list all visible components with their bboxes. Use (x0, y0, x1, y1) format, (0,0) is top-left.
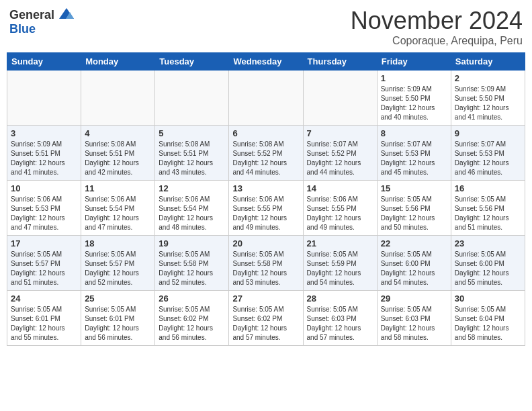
calendar-cell: 27Sunrise: 5:05 AMSunset: 6:02 PMDayligh… (229, 291, 303, 346)
calendar-cell: 3Sunrise: 5:09 AMSunset: 5:51 PMDaylight… (7, 126, 81, 181)
calendar-cell: 13Sunrise: 5:06 AMSunset: 5:55 PMDayligh… (229, 181, 303, 236)
month-title: November 2024 (351, 7, 523, 35)
day-info: Sunrise: 5:06 AMSunset: 5:54 PMDaylight:… (159, 195, 225, 232)
day-info: Sunrise: 5:05 AMSunset: 6:03 PMDaylight:… (381, 305, 447, 342)
calendar-cell: 24Sunrise: 5:05 AMSunset: 6:01 PMDayligh… (7, 291, 81, 346)
day-number: 14 (307, 183, 373, 193)
day-info: Sunrise: 5:08 AMSunset: 5:51 PMDaylight:… (159, 140, 225, 177)
day-number: 16 (455, 183, 521, 193)
day-number: 1 (381, 73, 447, 83)
day-info: Sunrise: 5:05 AMSunset: 5:57 PMDaylight:… (11, 250, 77, 287)
day-info: Sunrise: 5:06 AMSunset: 5:53 PMDaylight:… (11, 195, 77, 232)
calendar-week-row: 24Sunrise: 5:05 AMSunset: 6:01 PMDayligh… (7, 291, 525, 346)
day-number: 9 (455, 128, 521, 138)
day-number: 10 (11, 183, 77, 193)
calendar-cell: 26Sunrise: 5:05 AMSunset: 6:02 PMDayligh… (155, 291, 229, 346)
calendar-cell: 21Sunrise: 5:05 AMSunset: 5:59 PMDayligh… (303, 236, 377, 291)
calendar-week-row: 3Sunrise: 5:09 AMSunset: 5:51 PMDaylight… (7, 126, 525, 181)
day-info: Sunrise: 5:05 AMSunset: 5:57 PMDaylight:… (85, 250, 151, 287)
day-info: Sunrise: 5:09 AMSunset: 5:50 PMDaylight:… (455, 85, 521, 122)
logo-text-blue: Blue (9, 22, 36, 36)
calendar-cell: 6Sunrise: 5:08 AMSunset: 5:52 PMDaylight… (229, 126, 303, 181)
logo-text-general: General (9, 8, 54, 21)
day-info: Sunrise: 5:05 AMSunset: 6:00 PMDaylight:… (455, 250, 521, 287)
logo: General Blue (9, 7, 77, 36)
calendar-week-row: 17Sunrise: 5:05 AMSunset: 5:57 PMDayligh… (7, 236, 525, 291)
calendar-cell: 5Sunrise: 5:08 AMSunset: 5:51 PMDaylight… (155, 126, 229, 181)
day-info: Sunrise: 5:05 AMSunset: 6:02 PMDaylight:… (159, 305, 225, 342)
calendar-cell: 30Sunrise: 5:05 AMSunset: 6:04 PMDayligh… (451, 291, 525, 346)
calendar-cell: 23Sunrise: 5:05 AMSunset: 6:00 PMDayligh… (451, 236, 525, 291)
day-number: 13 (232, 183, 299, 193)
calendar-table: SundayMondayTuesdayWednesdayThursdayFrid… (7, 52, 525, 346)
day-info: Sunrise: 5:05 AMSunset: 6:00 PMDaylight:… (381, 250, 447, 287)
day-number: 21 (307, 238, 373, 248)
weekday-header-wednesday: Wednesday (229, 53, 303, 71)
weekday-header-friday: Friday (377, 53, 451, 71)
day-info: Sunrise: 5:06 AMSunset: 5:55 PMDaylight:… (307, 195, 373, 232)
calendar-cell: 20Sunrise: 5:05 AMSunset: 5:58 PMDayligh… (229, 236, 303, 291)
calendar-cell: 16Sunrise: 5:05 AMSunset: 5:56 PMDayligh… (451, 181, 525, 236)
day-number: 15 (381, 183, 447, 193)
day-number: 3 (11, 128, 77, 138)
calendar-cell: 29Sunrise: 5:05 AMSunset: 6:03 PMDayligh… (377, 291, 451, 346)
day-number: 28 (307, 293, 373, 304)
day-number: 22 (381, 238, 447, 248)
page-header: General Blue November 2024 Coporaque, Ar… (7, 7, 525, 47)
day-number: 4 (85, 128, 151, 138)
day-info: Sunrise: 5:06 AMSunset: 5:55 PMDaylight:… (232, 195, 299, 232)
calendar-cell (155, 71, 229, 126)
calendar-cell (81, 71, 155, 126)
day-number: 18 (85, 238, 151, 248)
calendar-cell: 1Sunrise: 5:09 AMSunset: 5:50 PMDaylight… (377, 71, 451, 126)
calendar-cell (303, 71, 377, 126)
calendar-cell: 12Sunrise: 5:06 AMSunset: 5:54 PMDayligh… (155, 181, 229, 236)
day-number: 17 (11, 238, 77, 248)
calendar-cell: 18Sunrise: 5:05 AMSunset: 5:57 PMDayligh… (81, 236, 155, 291)
logo-icon (56, 4, 77, 24)
calendar-cell: 2Sunrise: 5:09 AMSunset: 5:50 PMDaylight… (451, 71, 525, 126)
calendar-cell: 22Sunrise: 5:05 AMSunset: 6:00 PMDayligh… (377, 236, 451, 291)
calendar-cell: 25Sunrise: 5:05 AMSunset: 6:01 PMDayligh… (81, 291, 155, 346)
day-info: Sunrise: 5:05 AMSunset: 5:56 PMDaylight:… (381, 195, 447, 232)
day-info: Sunrise: 5:06 AMSunset: 5:54 PMDaylight:… (85, 195, 151, 232)
day-info: Sunrise: 5:05 AMSunset: 6:01 PMDaylight:… (85, 305, 151, 342)
calendar-week-row: 10Sunrise: 5:06 AMSunset: 5:53 PMDayligh… (7, 181, 525, 236)
day-number: 11 (85, 183, 151, 193)
day-info: Sunrise: 5:05 AMSunset: 5:59 PMDaylight:… (307, 250, 373, 287)
day-number: 29 (381, 293, 447, 304)
calendar-cell: 14Sunrise: 5:06 AMSunset: 5:55 PMDayligh… (303, 181, 377, 236)
day-info: Sunrise: 5:07 AMSunset: 5:53 PMDaylight:… (455, 140, 521, 177)
day-number: 8 (381, 128, 447, 138)
day-info: Sunrise: 5:05 AMSunset: 6:03 PMDaylight:… (307, 305, 373, 342)
calendar-cell: 7Sunrise: 5:07 AMSunset: 5:52 PMDaylight… (303, 126, 377, 181)
day-number: 23 (455, 238, 521, 248)
calendar-cell: 28Sunrise: 5:05 AMSunset: 6:03 PMDayligh… (303, 291, 377, 346)
day-info: Sunrise: 5:05 AMSunset: 6:04 PMDaylight:… (455, 305, 521, 342)
calendar-cell: 10Sunrise: 5:06 AMSunset: 5:53 PMDayligh… (7, 181, 81, 236)
calendar-cell (229, 71, 303, 126)
day-info: Sunrise: 5:08 AMSunset: 5:52 PMDaylight:… (232, 140, 299, 177)
day-number: 6 (232, 128, 299, 138)
weekday-header-sunday: Sunday (7, 53, 81, 71)
location-title: Coporaque, Arequipa, Peru (351, 35, 523, 47)
calendar-cell: 15Sunrise: 5:05 AMSunset: 5:56 PMDayligh… (377, 181, 451, 236)
day-info: Sunrise: 5:08 AMSunset: 5:51 PMDaylight:… (85, 140, 151, 177)
day-info: Sunrise: 5:05 AMSunset: 5:56 PMDaylight:… (455, 195, 521, 232)
day-number: 30 (455, 293, 521, 304)
calendar-cell (7, 71, 81, 126)
day-info: Sunrise: 5:09 AMSunset: 5:50 PMDaylight:… (381, 85, 447, 122)
day-number: 12 (159, 183, 225, 193)
calendar-cell: 8Sunrise: 5:07 AMSunset: 5:53 PMDaylight… (377, 126, 451, 181)
calendar-cell: 11Sunrise: 5:06 AMSunset: 5:54 PMDayligh… (81, 181, 155, 236)
day-info: Sunrise: 5:07 AMSunset: 5:53 PMDaylight:… (381, 140, 447, 177)
day-info: Sunrise: 5:05 AMSunset: 5:58 PMDaylight:… (232, 250, 299, 287)
weekday-header-tuesday: Tuesday (155, 53, 229, 71)
weekday-header-thursday: Thursday (303, 53, 377, 71)
calendar-cell: 19Sunrise: 5:05 AMSunset: 5:58 PMDayligh… (155, 236, 229, 291)
day-info: Sunrise: 5:05 AMSunset: 5:58 PMDaylight:… (159, 250, 225, 287)
day-number: 20 (232, 238, 299, 248)
day-number: 5 (159, 128, 225, 138)
day-number: 27 (232, 293, 299, 304)
title-block: November 2024 Coporaque, Arequipa, Peru (351, 7, 523, 47)
